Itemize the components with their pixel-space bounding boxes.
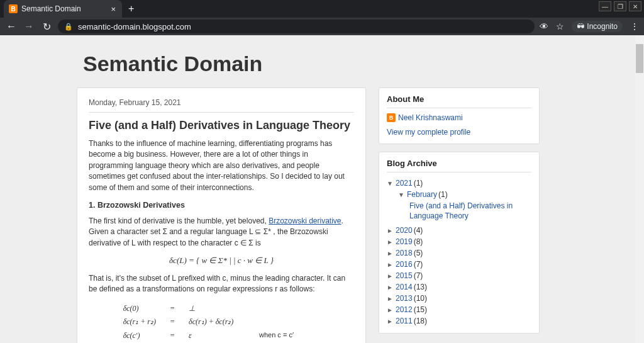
- chevron-right-icon: ►: [387, 273, 394, 279]
- chevron-right-icon: ►: [387, 261, 394, 268]
- chevron-right-icon: ►: [387, 284, 394, 291]
- post-intro: Thanks to the influence of machine learn…: [89, 138, 354, 193]
- post-title[interactable]: Five (and a Half) Derivatives in Languag…: [89, 119, 354, 132]
- archive-heading: Blog Archive: [387, 159, 531, 172]
- scrollbar-track[interactable]: [635, 35, 644, 343]
- archive-month-open[interactable]: ▼ February (1): [398, 189, 531, 200]
- post-paragraph: The first kind of derivative is the humb…: [89, 216, 354, 249]
- url-text: semantic-domain.blogspot.com: [78, 22, 191, 31]
- sidebar: About Me B Neel Krishnaswami View my com…: [379, 87, 540, 343]
- site-title[interactable]: Semantic Domain: [77, 52, 567, 76]
- post-paragraph: That is, it's the subset of L prefixed w…: [89, 273, 354, 295]
- about-box: About Me B Neel Krishnaswami View my com…: [379, 87, 540, 144]
- columns: Monday, February 15, 2021 Five (and a Ha…: [77, 87, 567, 343]
- formula-display: δc(L) = { w ∈ Σ* | | c · w ∈ L }: [89, 255, 354, 267]
- incognito-label: Incognito: [587, 22, 618, 31]
- profile-complete-link[interactable]: View my complete profile: [387, 128, 470, 137]
- page-viewport: Semantic Domain Monday, February 15, 202…: [0, 35, 644, 343]
- archive-list: ▼ 2021 (1) ▼ February (1) Five (and a Ha…: [387, 177, 531, 327]
- about-heading: About Me: [387, 94, 531, 108]
- profile-name-link[interactable]: Neel Krishnaswami: [398, 113, 463, 122]
- archive-year-closed[interactable]: ► 2015 (7): [387, 270, 531, 281]
- lock-icon: 🔒: [64, 23, 73, 31]
- derivation-table: δc(0)=⊥δc(r₁ + r₂)=δc(r₁) + δc(r₂)δc(c′)…: [116, 301, 328, 343]
- chevron-down-icon: ▼: [387, 180, 394, 187]
- browser-tab[interactable]: B Semantic Domain ×: [4, 0, 122, 18]
- archive-year-open[interactable]: ▼ 2021 (1): [387, 177, 531, 189]
- archive-year-closed[interactable]: ► 2011 (18): [387, 315, 531, 327]
- maximize-button[interactable]: ❐: [614, 1, 626, 11]
- archive-year-closed[interactable]: ► 2012 (15): [387, 304, 531, 315]
- post-date: Monday, February 15, 2021: [89, 98, 354, 113]
- back-button[interactable]: ←: [5, 21, 18, 32]
- eye-off-icon[interactable]: 👁: [540, 21, 548, 31]
- main-column: Monday, February 15, 2021 Five (and a Ha…: [77, 87, 366, 343]
- chevron-down-icon: ▼: [398, 191, 406, 198]
- chevron-right-icon: ►: [387, 295, 394, 302]
- brzozowski-link[interactable]: Brzozowski derivative: [269, 216, 341, 225]
- blogger-icon: B: [387, 113, 396, 122]
- profile-name-row: B Neel Krishnaswami: [387, 113, 531, 122]
- toolbar-right: 👁 ☆ 🕶 Incognito ⋮: [540, 21, 639, 32]
- close-window-button[interactable]: ✕: [629, 1, 641, 11]
- scrollbar-thumb[interactable]: [636, 44, 643, 73]
- chevron-right-icon: ►: [387, 227, 394, 234]
- reload-button[interactable]: ↻: [40, 21, 53, 33]
- derivation-row: δc(r₁ + r₂)=δc(r₁) + δc(r₂): [117, 316, 326, 328]
- blogger-favicon-icon: B: [9, 4, 18, 13]
- chevron-right-icon: ►: [387, 318, 394, 325]
- archive-box: Blog Archive ▼ 2021 (1) ▼ February (1): [379, 152, 540, 334]
- archive-post-link[interactable]: Five (and a Half) Derivatives in Languag…: [409, 200, 531, 225]
- section-heading: 1. Brzozowski Derivatives: [89, 200, 354, 211]
- minimize-button[interactable]: —: [599, 1, 611, 11]
- content-wrap: Semantic Domain Monday, February 15, 202…: [77, 35, 567, 343]
- menu-icon[interactable]: ⋮: [630, 21, 639, 31]
- archive-year-closed[interactable]: ► 2019 (8): [387, 236, 531, 247]
- incognito-icon: 🕶: [577, 22, 584, 31]
- tab-title: Semantic Domain: [21, 4, 107, 13]
- archive-year-closed[interactable]: ► 2013 (10): [387, 293, 531, 304]
- archive-year-closed[interactable]: ► 2016 (7): [387, 259, 531, 270]
- archive-year-closed[interactable]: ► 2014 (13): [387, 281, 531, 293]
- archive-year-closed[interactable]: ► 2018 (5): [387, 247, 531, 259]
- post-body: Thanks to the influence of machine learn…: [89, 138, 354, 343]
- archive-year-closed[interactable]: ► 2020 (4): [387, 225, 531, 236]
- close-icon[interactable]: ×: [111, 4, 116, 14]
- bookmark-star-icon[interactable]: ☆: [556, 21, 564, 31]
- chevron-right-icon: ►: [387, 239, 394, 245]
- incognito-badge[interactable]: 🕶 Incognito: [572, 21, 623, 32]
- new-tab-button[interactable]: +: [128, 3, 134, 14]
- tab-bar: B Semantic Domain × + — ❐ ✕: [0, 0, 644, 18]
- chevron-right-icon: ►: [387, 250, 394, 257]
- url-input[interactable]: 🔒 semantic-domain.blogspot.com: [58, 20, 535, 33]
- derivation-row: δc(c′)=εwhen c = c′: [117, 330, 326, 342]
- chevron-right-icon: ►: [387, 306, 394, 313]
- address-bar: ← → ↻ 🔒 semantic-domain.blogspot.com 👁 ☆…: [0, 18, 644, 35]
- browser-chrome: B Semantic Domain × + — ❐ ✕ ← → ↻ 🔒 sema…: [0, 0, 644, 35]
- forward-button[interactable]: →: [23, 21, 35, 32]
- derivation-row: δc(0)=⊥: [117, 303, 326, 315]
- window-controls: — ❐ ✕: [599, 1, 641, 11]
